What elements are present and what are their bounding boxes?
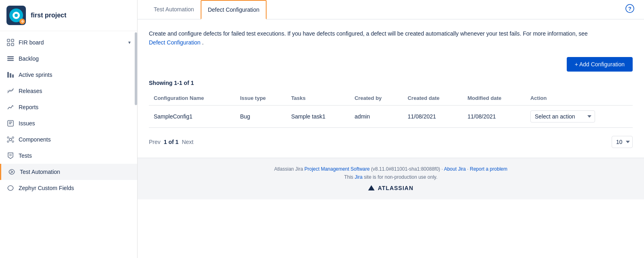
svg-point-16: [7, 141, 9, 142]
cell-config-name: SampleConfig1: [149, 105, 235, 127]
svg-rect-5: [7, 58, 14, 59]
svg-rect-7: [7, 72, 9, 78]
main-content: Test Automation Defect Configuration ? C…: [138, 0, 644, 258]
svg-rect-4: [7, 56, 14, 57]
pagination-left: Prev 1 of 1 Next: [149, 139, 193, 145]
sidebar-header: ⚙ first project: [0, 0, 137, 31]
fir-board-icon: [6, 38, 15, 47]
tab-test-automation[interactable]: Test Automation: [147, 0, 201, 19]
sidebar-item-zephyr-custom-fields[interactable]: Zephyr Custom Fields: [0, 180, 137, 196]
tests-icon: [6, 152, 15, 160]
defect-config-link[interactable]: Defect Configuration: [149, 39, 201, 46]
sidebar-label-tests: Tests: [19, 152, 131, 159]
tab-defect-configuration[interactable]: Defect Configuration: [201, 0, 267, 19]
svg-line-20: [11, 171, 13, 172]
reports-icon: [6, 103, 15, 111]
svg-rect-0: [7, 39, 10, 42]
footer-link-project-mgmt[interactable]: Project Management Software: [305, 166, 370, 172]
sidebar-label-zephyr: Zephyr Custom Fields: [19, 185, 131, 191]
col-modified-date: Modified date: [463, 91, 525, 106]
sidebar-item-releases[interactable]: Releases: [0, 83, 137, 99]
action-select[interactable]: Select an action Edit Delete: [530, 110, 595, 123]
table-row: SampleConfig1 Bug Sample task1 admin 11/…: [149, 105, 633, 127]
svg-rect-1: [11, 39, 14, 42]
add-configuration-button[interactable]: + Add Configuration: [567, 57, 633, 72]
cell-created-by: admin: [350, 105, 402, 127]
content-area: Test Automation Defect Configuration ? C…: [138, 0, 644, 258]
svg-rect-2: [7, 43, 10, 46]
svg-point-17: [12, 141, 14, 142]
svg-rect-9: [12, 74, 14, 78]
releases-icon: [6, 87, 15, 95]
help-icon[interactable]: ?: [625, 4, 634, 15]
next-button[interactable]: Next: [182, 139, 193, 145]
svg-line-21: [11, 172, 13, 173]
col-action: Action: [525, 91, 633, 106]
issues-icon: [6, 119, 15, 127]
footer-link-about[interactable]: About Jira: [444, 166, 466, 172]
cell-created-date: 11/08/2021: [403, 105, 463, 127]
sidebar-label-fir-board: FIR board: [19, 39, 124, 46]
footer-link-jira[interactable]: Jira: [355, 174, 362, 180]
footer: Atlassian Jira Project Management Softwa…: [138, 158, 644, 199]
sidebar-label-issues: Issues: [19, 120, 131, 127]
sidebar-item-fir-board[interactable]: FIR board ▾: [0, 34, 137, 51]
sidebar-item-backlog[interactable]: Backlog: [0, 51, 137, 67]
sidebar-nav: FIR board ▾ Backlog Active sprints Relea…: [0, 31, 137, 258]
sidebar-item-issues[interactable]: Issues: [0, 115, 137, 131]
atlassian-logo-icon: [368, 185, 375, 190]
config-table: Configuration Name Issue type Tasks Crea…: [149, 91, 633, 128]
page-size-select[interactable]: 10 20 50: [612, 136, 633, 148]
scrollbar-thumb[interactable]: [135, 32, 137, 105]
sidebar-label-test-automation: Test Automation: [20, 169, 131, 175]
logo-eye: [13, 12, 20, 19]
logo-badge: ⚙: [19, 19, 25, 24]
col-tasks: Tasks: [286, 91, 350, 106]
svg-rect-8: [10, 73, 11, 78]
col-created-by: Created by: [350, 91, 402, 106]
svg-rect-11: [9, 122, 12, 123]
project-logo: ⚙: [6, 6, 26, 25]
sidebar-item-active-sprints[interactable]: Active sprints: [0, 67, 137, 83]
col-config-name: Configuration Name: [149, 91, 235, 106]
col-created-date: Created date: [403, 91, 463, 106]
test-automation-icon: [8, 168, 16, 176]
sidebar-label-components: Components: [19, 136, 131, 143]
sidebar-label-releases: Releases: [19, 88, 131, 94]
project-name: first project: [31, 12, 66, 19]
sidebar-item-components[interactable]: Components: [0, 131, 137, 148]
svg-rect-12: [9, 123, 11, 124]
footer-text: Atlassian Jira Project Management Softwa…: [147, 166, 634, 172]
cell-issue-type: Bug: [235, 105, 286, 127]
sidebar-item-tests[interactable]: Tests: [0, 148, 137, 164]
sidebar-label-active-sprints: Active sprints: [19, 72, 131, 78]
svg-point-13: [9, 138, 12, 141]
table-body: SampleConfig1 Bug Sample task1 admin 11/…: [149, 105, 633, 127]
svg-rect-3: [11, 43, 14, 46]
sidebar-item-reports[interactable]: Reports: [0, 99, 137, 115]
components-icon: [6, 135, 15, 144]
page-body: Create and configure defects for failed …: [138, 19, 644, 158]
zephyr-icon: [6, 184, 15, 192]
sidebar-item-test-automation[interactable]: Test Automation: [0, 164, 137, 180]
cell-tasks: Sample task1: [286, 105, 350, 127]
svg-rect-6: [7, 60, 14, 61]
cell-modified-date: 11/08/2021: [463, 105, 525, 127]
svg-point-14: [7, 137, 9, 138]
pagination-row: Prev 1 of 1 Next 10 20 50: [149, 136, 633, 148]
showing-label: Showing 1-1 of 1: [149, 80, 633, 86]
toolbar-row: + Add Configuration: [149, 57, 633, 72]
col-issue-type: Issue type: [235, 91, 286, 106]
logo-pupil: [15, 14, 18, 17]
footer-brand: ATLASSIAN: [147, 185, 634, 191]
cell-action: Select an action Edit Delete: [525, 105, 633, 127]
sidebar-label-reports: Reports: [19, 104, 131, 110]
footer-link-report[interactable]: Report a problem: [470, 166, 508, 172]
chevron-down-icon: ▾: [128, 40, 131, 45]
table-header: Configuration Name Issue type Tasks Crea…: [149, 91, 633, 106]
description-text: Create and configure defects for failed …: [149, 29, 594, 47]
svg-point-15: [12, 137, 14, 138]
prev-button[interactable]: Prev: [149, 139, 161, 145]
backlog-icon: [6, 55, 15, 63]
sidebar-label-backlog: Backlog: [19, 55, 131, 62]
